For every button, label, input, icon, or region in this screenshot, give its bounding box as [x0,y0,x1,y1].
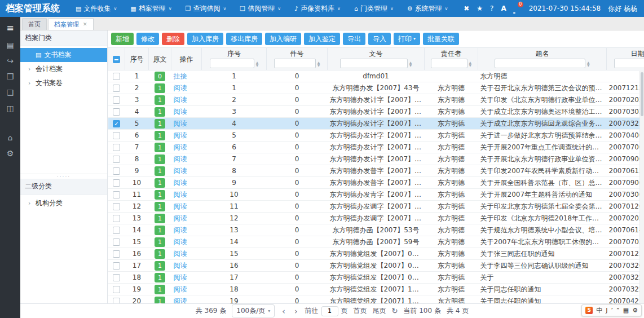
sort-desc-icon[interactable]: ▼ [317,64,320,67]
row-checkbox[interactable] [113,144,120,151]
read-link[interactable]: 阅读 [174,226,187,234]
table-row[interactable]: 10挂接10dfmd01东方明德 [108,70,644,82]
read-link[interactable]: 阅读 [174,120,187,127]
ime-item-1[interactable]: J [606,307,607,314]
select-all-checkbox[interactable] [113,56,120,63]
row-checkbox[interactable] [113,96,120,104]
row-checkbox[interactable] [113,73,120,80]
table-row[interactable]: 31阅读20东方明德办发计字【2007】4号东方明德关于印发《北京东方明德行政事… [108,94,644,106]
tree-node-document-archive[interactable]: ▤文书档案 [20,48,107,62]
next-page-button[interactable]: › [293,307,299,315]
row-checkbox[interactable] [113,167,120,175]
disk-icon[interactable]: ◫ [0,100,20,116]
menu-item-borrowing-management[interactable]: ❏借阅管理∨ [233,0,288,17]
menu-item-query-borrowing[interactable]: ❒查询借阅∨ [179,0,233,17]
read-link[interactable]: 阅读 [174,297,187,303]
panel-splitter[interactable]: ····· [20,174,107,179]
filter-input-doc-no[interactable] [340,59,408,68]
row-checkbox[interactable] [113,191,120,198]
row-checkbox[interactable]: ✓ [113,120,120,127]
read-link[interactable]: 阅读 [174,238,187,246]
read-link[interactable]: 阅读 [174,273,187,281]
last-page-link[interactable]: 尾页 [373,306,386,316]
settings-icon[interactable]: ⚙ [632,307,638,314]
table-row[interactable]: 151阅读140东方明德办函【2007】59号东方明德关于2007年北京东方明德… [108,236,644,248]
add-to-appraisal-button[interactable]: 加入鉴定 [304,33,340,45]
row-checkbox[interactable] [113,227,120,234]
row-checkbox[interactable] [113,85,120,92]
table-row[interactable]: 21阅读10东方明德办发【2007】43号东方明德关于召开北京东方明德第三次会议… [108,82,644,94]
filter-input-responsible[interactable] [431,59,467,68]
filter-input-date[interactable] [614,59,644,68]
table-row[interactable]: 141阅读130东方明德办函【2007】53号东方明德关于规范东方明德系统中小型… [108,224,644,236]
notification-bell-icon[interactable]: 0 [514,5,522,12]
tree-node-accounting-archive[interactable]: ›会计档案 [20,62,107,76]
row-checkbox[interactable] [113,108,120,116]
sort-desc-icon[interactable]: ▼ [469,64,472,67]
tree-node-org-classification[interactable]: ›机构分类 [20,196,107,210]
read-link[interactable]: 阅读 [174,214,187,222]
keyboard-icon[interactable]: ▦ [623,307,629,314]
menu-item-archive-management[interactable]: ▦档案管理∨ [123,0,178,17]
row-checkbox[interactable] [113,132,120,139]
refresh-icon[interactable]: ↻ [392,307,398,315]
vertical-scrollbar[interactable] [639,71,644,303]
table-row[interactable]: ✓51阅读40东方明德办发计字【2007】11号东方明德关于成立北京东方明德回龙… [108,118,644,130]
read-link[interactable]: 阅读 [174,262,187,270]
table-row[interactable]: 171阅读160东方明德党组发【2007】08号东方明德关于李四等三位同志确认职… [108,260,644,272]
read-link[interactable]: 阅读 [174,143,187,151]
row-checkbox[interactable] [113,215,120,222]
read-link[interactable]: 阅读 [174,191,187,198]
table-row[interactable]: 131阅读120东方明德办发调字【2007】5号东方明德关于印发《北京东方明德2… [108,213,644,224]
ime-item-0[interactable]: 中 [596,306,602,315]
read-link[interactable]: 阅读 [174,155,187,163]
read-link[interactable]: 阅读 [174,131,187,139]
read-link[interactable]: 阅读 [174,202,187,210]
table-row[interactable]: 41阅读30东方明德办发计字【2007】10号东方明德关于成立北京东方明德奥运环… [108,106,644,118]
row-checkbox[interactable] [113,179,120,187]
row-checkbox[interactable] [113,238,120,246]
scrollbar-thumb[interactable] [641,72,643,116]
batch-link-button[interactable]: 批量关联 [423,33,459,45]
table-row[interactable]: 111阅读100东方明德办发青字【2007】8号东方明德关于开展2007年主题科… [108,189,644,201]
filter-input-title[interactable] [495,59,585,68]
page-size-select[interactable]: 100条/页 ▾ [232,304,275,317]
add-button[interactable]: 新增 [111,33,134,45]
row-checkbox[interactable] [113,250,120,258]
table-row[interactable]: 161阅读150东方明德党组发【2007】02号东方明德关于张三同志任职的通知2… [108,248,644,260]
goto-page-input[interactable] [321,306,338,316]
menu-icon[interactable]: ≡ [0,20,20,36]
prev-page-button[interactable]: ‹ [280,307,287,315]
sort-desc-icon[interactable]: ▼ [587,64,590,67]
sort-desc-icon[interactable]: ▼ [256,64,259,67]
first-page-link[interactable]: 首页 [354,306,367,316]
favorite-icon[interactable]: ★ [477,5,483,12]
table-row[interactable]: 181阅读170东方明德党组发【2007】09号东方明德关于20070322 [108,272,644,284]
table-row[interactable]: 201阅读190东方明德党组发【2007】16号东方明德关于同志任职的通知200… [108,295,644,303]
ime-item-2[interactable]: ’ [611,307,614,314]
filter-input-seq[interactable] [210,59,254,68]
close-icon[interactable]: ✕ [83,21,87,27]
read-link[interactable]: 阅读 [174,108,187,116]
row-checkbox[interactable] [113,156,120,163]
book-icon[interactable]: ❒ [0,69,20,85]
sort-desc-icon[interactable]: ▼ [409,64,412,67]
table-row[interactable]: 191阅读180东方明德党组发【2007】10号东方明德关于同志任职的通知200… [108,284,644,295]
import-button[interactable]: 导入 [368,33,391,45]
delete-button[interactable]: 删除 [162,33,184,45]
row-checkbox[interactable] [113,286,120,293]
table-row[interactable]: 91阅读80东方明德办发普字【2007】25号东方明德关于印发2007年农民科学… [108,165,644,177]
export-button[interactable]: 导出 [343,33,365,45]
font-size-icon[interactable]: A [501,5,506,12]
table-row[interactable]: 121阅读110东方明德办发调字【2007】3号东方明德关于印发北京东方明德第七… [108,201,644,213]
table-row[interactable]: 81阅读70东方明德办发计字【2007】33号东方明德关于开展北京东方明德行政事… [108,153,644,165]
add-to-storeroom-button[interactable]: 加入库房 [187,33,223,45]
ime-item-3[interactable]: ” [616,307,620,314]
add-to-compilation-button[interactable]: 加入编研 [265,33,301,45]
print-button[interactable]: 打印▾ [394,33,420,45]
remove-from-storeroom-button[interactable]: 移出库房 [226,33,262,45]
table-row[interactable]: 101阅读90东方明德办发普字【2007】32号东方明德关于开展全国科普示范县（… [108,177,644,189]
gears-icon[interactable]: ⚙ [0,145,20,161]
tab-home[interactable]: 首页 [22,18,47,30]
read-link[interactable]: 阅读 [174,84,187,92]
